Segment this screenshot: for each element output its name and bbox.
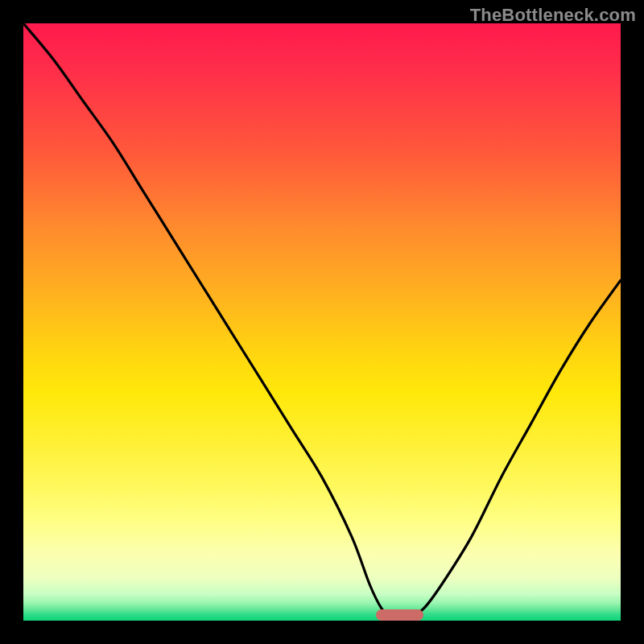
bottleneck-curve [23,23,621,621]
plot-area [23,23,621,621]
chart-frame: TheBottleneck.com [0,0,644,644]
curve-path [23,23,621,622]
watermark-text: TheBottleneck.com [470,5,636,26]
optimal-range-marker [376,609,423,621]
